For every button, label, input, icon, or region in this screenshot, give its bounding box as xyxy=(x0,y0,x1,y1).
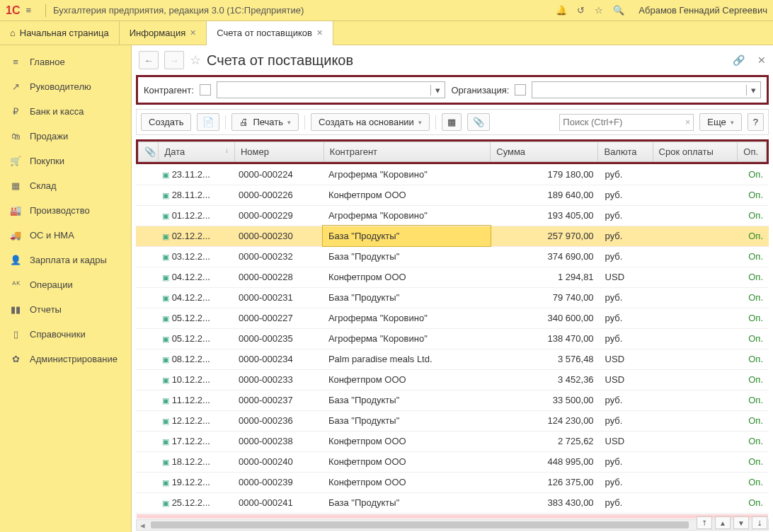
col-attach[interactable]: 📎 xyxy=(139,142,159,162)
copy-button[interactable]: 📄 xyxy=(197,113,219,131)
sidebar-icon: ₽ xyxy=(10,106,21,117)
bell-icon[interactable]: 🔔 xyxy=(556,5,567,16)
sidebar-item[interactable]: 🛍Продажи xyxy=(0,124,131,149)
contragent-checkbox[interactable] xyxy=(200,84,211,96)
search-box[interactable]: × xyxy=(559,114,694,131)
search-input[interactable] xyxy=(563,117,685,127)
sidebar-item[interactable]: ▦Склад xyxy=(0,173,131,198)
help-button[interactable]: ? xyxy=(748,113,764,131)
link-icon[interactable]: 🔗 xyxy=(733,54,745,66)
chevron-down-icon[interactable]: ▾ xyxy=(430,85,445,96)
sidebar-item[interactable]: ₽Банк и касса xyxy=(0,99,131,124)
scroll-top-icon[interactable]: ⤒ xyxy=(697,516,712,529)
scroll-bottom-icon[interactable]: ⤓ xyxy=(752,516,767,529)
star-icon[interactable]: ☆ xyxy=(595,5,603,16)
nav-sidebar: ≡Главное↗Руководителю₽Банк и касса🛍Прода… xyxy=(0,45,132,532)
tab-invoices[interactable]: Счета от поставщиков ✕ xyxy=(207,21,333,45)
table-row[interactable]: ▣17.12.2...0000-000238Конфетпром ООО2 72… xyxy=(136,431,769,451)
table-row[interactable]: ▣25.12.2...0000-000241База "Продукты"383… xyxy=(136,492,769,513)
org-checkbox[interactable] xyxy=(515,84,526,96)
doc-icon: ▣ xyxy=(162,314,169,323)
tab-info[interactable]: Информация ✕ xyxy=(120,21,207,45)
table-row[interactable]: ▣03.12.2...0000-000232База "Продукты"374… xyxy=(136,246,769,267)
create-based-button[interactable]: Создать на основании▾ xyxy=(311,113,430,131)
col-op[interactable]: Оп. xyxy=(738,142,767,162)
scroll-thumb[interactable] xyxy=(151,521,689,528)
table-row[interactable]: ▣23.11.2...0000-000224Агроферма "Коровин… xyxy=(136,164,769,185)
col-sum[interactable]: Сумма xyxy=(491,142,598,162)
scroll-left-icon[interactable]: ◂ xyxy=(137,520,148,531)
table-row[interactable]: ▣18.12.2...0000-000240Конфетпром ООО448 … xyxy=(136,451,769,472)
table-row[interactable]: ▣04.12.2...0000-000231База "Продукты"79 … xyxy=(136,287,769,308)
menu-burger-icon[interactable]: ≡ xyxy=(25,5,31,16)
tab-home-label: Начальная страница xyxy=(20,28,109,38)
app-logo-icon: 1С xyxy=(6,4,20,17)
doc-icon: ▣ xyxy=(162,170,169,179)
doc-icon: ▣ xyxy=(162,458,169,466)
close-page-icon[interactable]: ✕ xyxy=(757,54,766,66)
toolbar: Создать 📄 🖨Печать▾ Создать на основании▾… xyxy=(136,109,769,135)
org-combo[interactable]: ▾ xyxy=(532,81,761,98)
table-row[interactable]: ▣28.11.2...0000-000226Конфетпром ООО189 … xyxy=(136,185,769,205)
close-icon[interactable]: ✕ xyxy=(190,28,196,37)
sidebar-item[interactable]: ᴬᴷОперации xyxy=(0,272,131,297)
doc-icon: ▣ xyxy=(162,335,169,343)
sidebar-item[interactable]: 🛒Покупки xyxy=(0,149,131,173)
favorite-star-icon[interactable]: ☆ xyxy=(190,52,201,68)
sidebar-icon: ▮▮ xyxy=(10,304,21,315)
scroll-down-icon[interactable]: ▼ xyxy=(733,516,749,529)
col-date[interactable]: Дата↓ xyxy=(159,142,235,162)
table-row[interactable]: ▣02.12.2...0000-000230База "Продукты"257… xyxy=(136,226,769,246)
table-row[interactable]: ▣04.12.2...0000-000228Конфетпром ООО1 29… xyxy=(136,267,769,287)
sidebar-item[interactable]: 🏭Производство xyxy=(0,198,131,223)
doc-icon: ▣ xyxy=(162,294,169,302)
create-button[interactable]: Создать xyxy=(141,113,191,131)
sidebar-item[interactable]: ▯Справочники xyxy=(0,322,131,347)
contragent-combo[interactable]: ▾ xyxy=(217,81,446,98)
sidebar-item[interactable]: ≡Главное xyxy=(0,50,131,74)
structure-button[interactable]: ▦ xyxy=(442,113,462,131)
nav-forward-button[interactable]: → xyxy=(164,51,184,69)
history-icon[interactable]: ↺ xyxy=(577,5,585,16)
sidebar-item[interactable]: 🚚ОС и НМА xyxy=(0,223,131,248)
sidebar-item-label: Администрирование xyxy=(30,354,118,364)
col-number[interactable]: Номер xyxy=(234,142,323,162)
sidebar-item[interactable]: ↗Руководителю xyxy=(0,74,131,99)
sidebar-item[interactable]: ▮▮Отчеты xyxy=(0,297,131,322)
tab-home[interactable]: ⌂ Начальная страница xyxy=(0,21,120,45)
page-title: Счета от поставщиков xyxy=(207,52,720,69)
app-title: Бухгалтерия предприятия, редакция 3.0 (1… xyxy=(53,5,556,16)
print-button[interactable]: 🖨Печать▾ xyxy=(231,113,299,131)
table-row[interactable]: ▣12.12.2...0000-000236База "Продукты"124… xyxy=(136,410,769,431)
more-button[interactable]: Еще▾ xyxy=(699,113,741,131)
sidebar-item-label: Производство xyxy=(30,205,90,216)
table-row[interactable]: ▣10.12.2...0000-000233Конфетпром ООО3 45… xyxy=(136,369,769,390)
table-row[interactable]: ▣05.12.2...0000-000227Агроферма "Коровин… xyxy=(136,308,769,328)
org-label: Организация: xyxy=(451,85,509,96)
h-scrollbar[interactable]: ◂ ▸ xyxy=(136,519,769,531)
nav-back-button[interactable]: ← xyxy=(139,51,159,69)
sidebar-item-label: Операции xyxy=(30,279,73,290)
chevron-down-icon[interactable]: ▾ xyxy=(746,85,760,96)
chevron-down-icon: ▾ xyxy=(287,119,291,126)
col-paydate[interactable]: Срок оплаты xyxy=(653,142,738,162)
chevron-down-icon: ▾ xyxy=(731,119,734,126)
current-user[interactable]: Абрамов Геннадий Сергеевич xyxy=(639,5,767,16)
table-row[interactable]: ▣11.12.2...0000-000237База "Продукты"33 … xyxy=(136,390,769,410)
table-row[interactable]: ▣01.12.2...0000-000229Агроферма "Коровин… xyxy=(136,205,769,226)
table-row[interactable]: ▣05.12.2...0000-000235Агроферма "Коровин… xyxy=(136,328,769,349)
clear-search-icon[interactable]: × xyxy=(685,117,691,127)
attach-button[interactable]: 📎 xyxy=(467,113,490,131)
sidebar-item[interactable]: ✿Администрирование xyxy=(0,347,131,371)
scroll-up-icon[interactable]: ▲ xyxy=(715,516,731,529)
sort-asc-icon: ↓ xyxy=(225,146,229,154)
sidebar-item[interactable]: 👤Зарплата и кадры xyxy=(0,248,131,272)
table-row[interactable]: ▣19.12.2...0000-000239Конфетпром ООО126 … xyxy=(136,472,769,492)
page-content: ← → ☆ Счета от поставщиков 🔗 ✕ Контраген… xyxy=(132,45,773,532)
col-currency[interactable]: Валюта xyxy=(598,142,653,162)
table-row[interactable]: ▣08.12.2...0000-000234Palm paradise meal… xyxy=(136,349,769,369)
col-contragent[interactable]: Контрагент xyxy=(323,142,490,162)
close-icon[interactable]: ✕ xyxy=(316,28,323,37)
filter-bar: Контрагент: ▾ Организация: ▾ xyxy=(136,75,769,105)
search-icon[interactable]: 🔍 xyxy=(613,5,624,16)
